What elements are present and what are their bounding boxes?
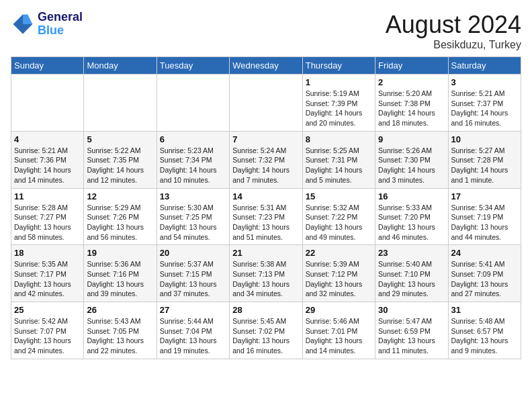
day-number: 8 [306,134,372,144]
calendar-table: SundayMondayTuesdayWednesdayThursdayFrid… [11,56,521,359]
day-info: Sunrise: 5:44 AM Sunset: 7:04 PM Dayligh… [160,316,226,356]
calendar-cell: 12 Sunrise: 5:29 AM Sunset: 7:26 PM Dayl… [84,188,157,245]
day-info: Sunrise: 5:30 AM Sunset: 7:25 PM Dayligh… [160,203,226,242]
day-number: 2 [378,77,445,87]
day-info: Sunrise: 5:26 AM Sunset: 7:30 PM Dayligh… [378,146,445,185]
day-number: 31 [451,305,518,315]
day-number: 10 [451,134,518,144]
day-info: Sunrise: 5:33 AM Sunset: 7:20 PM Dayligh… [378,203,445,242]
day-number: 24 [451,248,518,258]
day-info: Sunrise: 5:36 AM Sunset: 7:16 PM Dayligh… [87,259,153,299]
location: Besikduzu, Turkey [386,39,521,51]
day-info: Sunrise: 5:40 AM Sunset: 7:10 PM Dayligh… [378,259,445,299]
day-info: Sunrise: 5:28 AM Sunset: 7:27 PM Dayligh… [14,203,81,242]
day-info: Sunrise: 5:19 AM Sunset: 7:39 PM Dayligh… [306,89,372,128]
day-number: 16 [378,191,445,201]
calendar-cell: 9 Sunrise: 5:26 AM Sunset: 7:30 PM Dayli… [375,131,448,188]
day-number: 14 [232,191,299,201]
day-info: Sunrise: 5:34 AM Sunset: 7:19 PM Dayligh… [451,203,518,242]
calendar-cell: 2 Sunrise: 5:20 AM Sunset: 7:38 PM Dayli… [375,75,448,132]
calendar-cell [157,75,229,132]
day-number: 26 [87,305,153,315]
page-header: General Blue August 2024 Besikduzu, Turk… [11,11,521,51]
logo: General Blue [11,11,83,38]
day-info: Sunrise: 5:43 AM Sunset: 7:05 PM Dayligh… [87,316,153,356]
day-info: Sunrise: 5:39 AM Sunset: 7:12 PM Dayligh… [306,259,372,299]
calendar-cell: 26 Sunrise: 5:43 AM Sunset: 7:05 PM Dayl… [84,302,157,359]
day-info: Sunrise: 5:20 AM Sunset: 7:38 PM Dayligh… [378,89,445,128]
day-number: 5 [87,134,153,144]
day-info: Sunrise: 5:22 AM Sunset: 7:35 PM Dayligh… [87,146,153,185]
calendar-cell: 29 Sunrise: 5:46 AM Sunset: 7:01 PM Dayl… [302,302,375,359]
calendar-cell [84,75,157,132]
day-number: 20 [160,248,226,258]
calendar-cell: 6 Sunrise: 5:23 AM Sunset: 7:34 PM Dayli… [157,131,229,188]
calendar-cell: 5 Sunrise: 5:22 AM Sunset: 7:35 PM Dayli… [84,131,157,188]
day-info: Sunrise: 5:25 AM Sunset: 7:31 PM Dayligh… [306,146,372,185]
day-number: 12 [87,191,153,201]
calendar-cell: 3 Sunrise: 5:21 AM Sunset: 7:37 PM Dayli… [448,75,521,132]
week-row-4: 18 Sunrise: 5:35 AM Sunset: 7:17 PM Dayl… [11,245,521,302]
calendar-cell: 19 Sunrise: 5:36 AM Sunset: 7:16 PM Dayl… [84,245,157,302]
day-info: Sunrise: 5:21 AM Sunset: 7:37 PM Dayligh… [451,89,518,128]
calendar-cell: 14 Sunrise: 5:31 AM Sunset: 7:23 PM Dayl… [230,188,302,245]
calendar-cell: 27 Sunrise: 5:44 AM Sunset: 7:04 PM Dayl… [157,302,229,359]
day-info: Sunrise: 5:32 AM Sunset: 7:22 PM Dayligh… [306,203,372,242]
day-info: Sunrise: 5:48 AM Sunset: 6:57 PM Dayligh… [451,316,518,356]
calendar-cell: 25 Sunrise: 5:42 AM Sunset: 7:07 PM Dayl… [11,302,84,359]
title-block: August 2024 Besikduzu, Turkey [386,11,521,51]
week-row-5: 25 Sunrise: 5:42 AM Sunset: 7:07 PM Dayl… [11,302,521,359]
calendar-cell: 31 Sunrise: 5:48 AM Sunset: 6:57 PM Dayl… [448,302,521,359]
calendar-cell: 22 Sunrise: 5:39 AM Sunset: 7:12 PM Dayl… [302,245,375,302]
calendar-cell [230,75,302,132]
week-row-1: 1 Sunrise: 5:19 AM Sunset: 7:39 PM Dayli… [11,75,521,132]
day-info: Sunrise: 5:21 AM Sunset: 7:36 PM Dayligh… [14,146,81,185]
day-number: 21 [232,248,299,258]
day-number: 29 [306,305,372,315]
day-number: 15 [306,191,372,201]
day-number: 9 [378,134,445,144]
weekday-tuesday: Tuesday [157,57,229,75]
day-number: 28 [232,305,299,315]
day-number: 13 [160,191,226,201]
calendar-cell: 15 Sunrise: 5:32 AM Sunset: 7:22 PM Dayl… [302,188,375,245]
calendar-cell: 30 Sunrise: 5:47 AM Sunset: 6:59 PM Dayl… [375,302,448,359]
day-number: 27 [160,305,226,315]
day-info: Sunrise: 5:38 AM Sunset: 7:13 PM Dayligh… [232,259,299,299]
calendar-cell: 24 Sunrise: 5:41 AM Sunset: 7:09 PM Dayl… [448,245,521,302]
day-number: 23 [378,248,445,258]
day-number: 1 [306,77,372,87]
day-number: 25 [14,305,81,315]
day-info: Sunrise: 5:45 AM Sunset: 7:02 PM Dayligh… [232,316,299,356]
day-number: 6 [160,134,226,144]
week-row-3: 11 Sunrise: 5:28 AM Sunset: 7:27 PM Dayl… [11,188,521,245]
calendar-cell: 20 Sunrise: 5:37 AM Sunset: 7:15 PM Dayl… [157,245,229,302]
day-info: Sunrise: 5:31 AM Sunset: 7:23 PM Dayligh… [232,203,299,242]
calendar-cell [11,75,84,132]
calendar-body: 1 Sunrise: 5:19 AM Sunset: 7:39 PM Dayli… [11,75,521,359]
week-row-2: 4 Sunrise: 5:21 AM Sunset: 7:36 PM Dayli… [11,131,521,188]
weekday-friday: Friday [375,57,448,75]
calendar-cell: 17 Sunrise: 5:34 AM Sunset: 7:19 PM Dayl… [448,188,521,245]
calendar-cell: 10 Sunrise: 5:27 AM Sunset: 7:28 PM Dayl… [448,131,521,188]
day-number: 17 [451,191,518,201]
day-info: Sunrise: 5:37 AM Sunset: 7:15 PM Dayligh… [160,259,226,299]
day-number: 4 [14,134,81,144]
day-number: 3 [451,77,518,87]
calendar-cell: 18 Sunrise: 5:35 AM Sunset: 7:17 PM Dayl… [11,245,84,302]
day-number: 18 [14,248,81,258]
day-info: Sunrise: 5:47 AM Sunset: 6:59 PM Dayligh… [378,316,445,356]
day-info: Sunrise: 5:23 AM Sunset: 7:34 PM Dayligh… [160,146,226,185]
day-number: 11 [14,191,81,201]
day-info: Sunrise: 5:46 AM Sunset: 7:01 PM Dayligh… [306,316,372,356]
calendar-cell: 28 Sunrise: 5:45 AM Sunset: 7:02 PM Dayl… [230,302,302,359]
day-info: Sunrise: 5:35 AM Sunset: 7:17 PM Dayligh… [14,259,81,299]
day-number: 7 [232,134,299,144]
calendar-cell: 13 Sunrise: 5:30 AM Sunset: 7:25 PM Dayl… [157,188,229,245]
calendar-cell: 21 Sunrise: 5:38 AM Sunset: 7:13 PM Dayl… [230,245,302,302]
day-info: Sunrise: 5:41 AM Sunset: 7:09 PM Dayligh… [451,259,518,299]
day-info: Sunrise: 5:27 AM Sunset: 7:28 PM Dayligh… [451,146,518,185]
weekday-header-row: SundayMondayTuesdayWednesdayThursdayFrid… [11,57,521,75]
calendar-cell: 7 Sunrise: 5:24 AM Sunset: 7:32 PM Dayli… [230,131,302,188]
svg-marker-2 [23,14,32,24]
